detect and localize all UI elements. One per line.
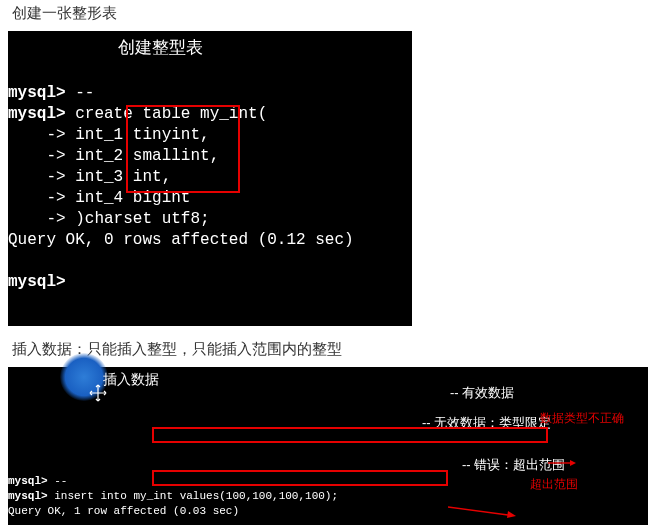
terminal-insert-data: 插入数据 -- 有效数据 -- 无效数据：类型限定 -- 错误：超出范围 mys… (8, 367, 648, 525)
prompt: mysql> (8, 105, 66, 123)
section-heading-2: 插入数据：只能插入整型，只能插入范围内的整型 (0, 336, 664, 367)
section-heading-1: 创建一张整形表 (0, 0, 664, 31)
comment-invalid-type: -- 无效数据：类型限定 (422, 415, 551, 430)
prompt: mysql> (8, 475, 48, 487)
annotation-out-of-range: 超出范围 (530, 477, 620, 491)
sql-text: -- (48, 475, 68, 487)
sql-text: -> )charset utf8; (8, 210, 210, 228)
comment-insert-data: 插入数据 (103, 372, 159, 387)
svg-marker-1 (570, 460, 576, 466)
comment-out-of-range: -- 错误：超出范围 (462, 457, 565, 472)
prompt: mysql> (8, 84, 66, 102)
move-cursor-icon (76, 369, 94, 387)
arrow-icon (548, 430, 576, 436)
svg-line-2 (448, 507, 508, 515)
prompt: mysql> (8, 490, 48, 502)
sql-text: create table my_int( (66, 105, 268, 123)
sql-text: -> int_3 int, (8, 168, 171, 186)
sql-text: -> int_2 smallint, (8, 147, 219, 165)
highlight-box-error-2 (152, 470, 448, 486)
sql-text: -- (66, 84, 95, 102)
comment-create-int-table: 创建整型表 (118, 37, 203, 58)
terminal-create-table: 创建整型表 mysql> -- mysql> create table my_i… (8, 31, 412, 326)
svg-marker-3 (507, 511, 516, 518)
comment-valid-data: -- 有效数据 (450, 385, 514, 400)
result-text: Query OK, 1 row affected (0.03 sec) (8, 505, 239, 517)
result-text: Query OK, 0 rows affected (0.12 sec) (8, 231, 354, 249)
sql-text: insert into my_int values(100,100,100,10… (48, 490, 338, 502)
prompt: mysql> (8, 273, 66, 291)
sql-text: -> int_1 tinyint, (8, 126, 210, 144)
arrow-icon (448, 475, 516, 489)
sql-text: -> int_4 bigint (8, 189, 190, 207)
annotation-wrong-type: 数据类型不正确 (540, 411, 650, 425)
